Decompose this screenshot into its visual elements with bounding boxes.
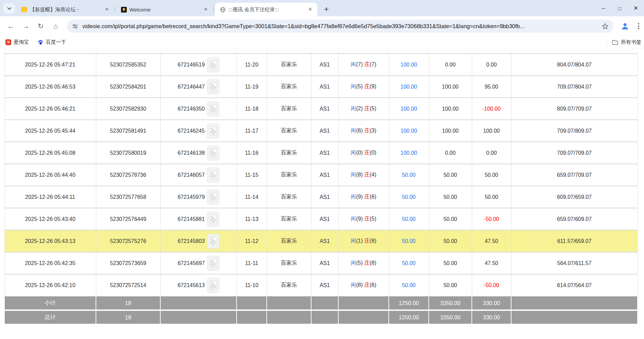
reload-icon[interactable]: ↻ xyxy=(36,21,45,31)
maximize-button[interactable]: □ xyxy=(611,0,628,16)
player-label: 闲 xyxy=(351,106,356,111)
table-row[interactable]: 2025-12-26 05:47:21 523072585352 6721465… xyxy=(4,54,638,76)
table-row[interactable]: 2025-12-26 05:44:11 523072577658 6721459… xyxy=(4,186,638,208)
all-bookmarks-button[interactable]: 所有书签 xyxy=(607,39,641,46)
cell-win-loss: -50.00 xyxy=(472,208,511,230)
video-replay-icon[interactable] xyxy=(207,57,219,72)
table-row[interactable]: 2025-12-26 05:42:10 523072572514 6721456… xyxy=(4,274,638,296)
player-label: 闲 xyxy=(351,150,356,155)
back-icon[interactable]: ← xyxy=(6,21,16,31)
minimize-button[interactable]: ─ xyxy=(595,0,611,16)
banker-score: (5) xyxy=(370,106,377,111)
cell-empty xyxy=(338,296,389,310)
cell-valid-amount: 100.00 xyxy=(429,98,472,120)
table-row[interactable]: 2025-12-26 05:46:21 523072582930 6721463… xyxy=(4,98,638,120)
cell-game: 百家乐 xyxy=(267,164,311,186)
close-button[interactable]: × xyxy=(628,0,644,16)
cell-empty xyxy=(237,310,267,324)
baidu-paw-icon xyxy=(38,39,43,45)
bookmark-taobao[interactable]: 淘 爱淘宝 xyxy=(5,39,29,45)
cell-balance: 804.07/804.07 xyxy=(511,54,638,76)
cell-bet-result: 闲(7) 庄(7) xyxy=(338,54,389,76)
tab-welcome[interactable]: Welcome × xyxy=(116,3,213,16)
cell-valid-amount: 50.00 xyxy=(429,252,472,274)
cell-bet-result: 闲(5) 庄(9) xyxy=(338,76,389,98)
tab-title: Welcome xyxy=(129,7,199,13)
cell-bet-id: 672146519 xyxy=(160,54,237,76)
cell-game: 百家乐 xyxy=(267,252,311,274)
banker-label: 庄 xyxy=(364,216,370,222)
cell-win-loss: 47.50 xyxy=(472,230,511,252)
site-settings-icon[interactable] xyxy=(72,23,78,30)
video-replay-icon[interactable] xyxy=(207,212,219,227)
video-replay-icon[interactable] xyxy=(207,234,219,249)
table-row[interactable]: 2025-12-26 05:45:08 523072580019 6721461… xyxy=(4,142,638,164)
table-row[interactable]: 2025-12-26 05:42:35 523072573659 6721456… xyxy=(4,252,638,274)
tab-title: 【新提醒】海燕论坛 - xyxy=(30,6,100,13)
cell-time: 2025-12-26 05:46:53 xyxy=(4,76,96,98)
cell-time: 2025-12-26 05:47:21 xyxy=(4,54,96,76)
taobao-icon: 淘 xyxy=(5,39,11,45)
cell-empty xyxy=(267,296,311,310)
profile-avatar[interactable] xyxy=(620,21,630,32)
video-replay-icon[interactable] xyxy=(207,146,219,161)
tab-close-icon[interactable]: × xyxy=(103,6,110,13)
cell-balance: 709.07/804.07 xyxy=(511,76,638,98)
video-replay-icon[interactable] xyxy=(207,124,219,138)
cell-bet-result: 闲(8) 庄(6) xyxy=(338,274,389,296)
player-score: (5) xyxy=(356,83,363,89)
cell-bet-amount: 50.00 xyxy=(389,230,429,252)
cell-table: AS1 xyxy=(311,98,338,120)
player-score: (6) xyxy=(356,128,363,133)
cell-valid-amount: 50.00 xyxy=(429,208,472,230)
cell-table: AS1 xyxy=(311,142,338,164)
cell-table: AS1 xyxy=(311,54,338,76)
cell-valid-amount: 50.00 xyxy=(429,230,472,252)
cell-balance: 564.07/611.57 xyxy=(511,252,638,274)
tab-search-button[interactable] xyxy=(3,3,15,14)
bet-record-table: 2025-12-26 05:47:21 523072585352 6721465… xyxy=(4,52,638,324)
bookmark-star-icon[interactable] xyxy=(602,23,609,30)
table-row[interactable]: 2025-12-26 05:43:13 523072575276 6721458… xyxy=(4,230,638,252)
cell-empty xyxy=(160,296,237,310)
home-icon[interactable]: ⌂ xyxy=(51,21,60,31)
cell-bet-id: 672146350 xyxy=(160,98,237,120)
cell-time: 2025-12-26 05:42:35 xyxy=(4,252,96,274)
video-replay-icon[interactable] xyxy=(207,101,219,116)
cell-win-loss: -50.00 xyxy=(472,274,511,296)
bet-id-text: 672146519 xyxy=(178,62,205,68)
video-replay-icon[interactable] xyxy=(207,256,219,271)
banker-label: 庄 xyxy=(364,61,370,67)
subtotal-valid: 1050.00 xyxy=(429,296,472,310)
bet-id-text: 672145613 xyxy=(178,282,205,288)
cell-bet-id: 672146057 xyxy=(160,164,237,186)
video-replay-icon[interactable] xyxy=(207,168,219,183)
bookmark-baidu[interactable]: 百度一下 xyxy=(38,39,66,45)
menu-kebab-icon[interactable] xyxy=(635,21,643,31)
table-row[interactable]: 2025-12-26 05:45:44 523072581491 6721462… xyxy=(4,120,638,142)
url-text[interactable]: videoie.com/ipl/portal.php/game/betrecor… xyxy=(82,23,602,30)
tab-close-icon[interactable]: × xyxy=(202,6,209,13)
forward-icon[interactable]: → xyxy=(21,21,31,31)
video-replay-icon[interactable] xyxy=(207,190,219,205)
cell-table: AS1 xyxy=(311,274,338,296)
video-replay-icon[interactable] xyxy=(207,278,219,293)
cell-order-number: 523072582930 xyxy=(96,98,160,120)
cell-bet-id: 672146138 xyxy=(160,142,237,164)
cell-round: 11-11 xyxy=(237,252,267,274)
total-row: 总计 18 1250.00 1050.00 330.00 xyxy=(4,310,638,324)
cell-bet-id: 672146245 xyxy=(160,120,237,142)
new-tab-button[interactable]: + xyxy=(321,4,331,14)
cell-win-loss: 100.00 xyxy=(472,120,511,142)
video-replay-icon[interactable] xyxy=(207,79,219,94)
tab-bet-record[interactable]: :::视讯 会员下注纪录::: × xyxy=(215,3,317,16)
banker-label: 庄 xyxy=(364,238,370,244)
table-row[interactable]: 2025-12-26 05:43:40 523072576449 6721458… xyxy=(4,208,638,230)
address-bar[interactable]: videoie.com/ipl/portal.php/game/betrecor… xyxy=(67,20,613,33)
banker-score: (6) xyxy=(370,282,377,288)
table-row[interactable]: 2025-12-26 05:44:40 523072578736 6721460… xyxy=(4,164,638,186)
cell-round: 11-19 xyxy=(237,76,267,98)
table-row[interactable]: 2025-12-26 05:46:53 523072584201 6721464… xyxy=(4,76,638,98)
tab-close-icon[interactable]: × xyxy=(306,6,314,13)
tab-forum[interactable]: 【新提醒】海燕论坛 - × xyxy=(16,3,114,16)
